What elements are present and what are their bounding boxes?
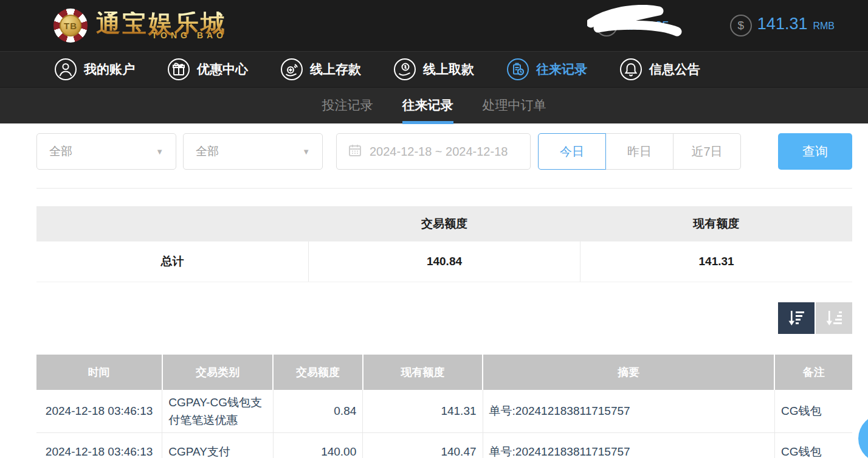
sort-controls [36,302,852,334]
balance-amount: 141.31 [757,15,808,33]
nav-item-promotions[interactable]: 优惠中心 [167,57,248,82]
balance-currency: RMB [813,21,835,32]
cell-amount: 140.00 [273,433,363,458]
gift-icon [167,57,191,82]
col-remark: 备注 [774,355,852,390]
summary-header-row: 交易额度 现有额度 [36,206,852,241]
top-header: TB 通宝娱乐城 TONG BAO bc7325 $ 141.31 RMB [0,0,868,51]
tab-transaction-records[interactable]: 往来记录 [402,88,453,124]
summary-header-balance: 现有额度 [580,206,852,241]
section-divider [36,188,852,189]
cell-time: 2024-12-18 03:46:13 [36,433,162,458]
summary-table: 交易额度 现有额度 总计 140.84 141.31 [36,206,852,282]
summary-total-label: 总计 [36,241,308,282]
record-subtabs: 投注记录 往来记录 处理中订单 [0,87,868,123]
tab-processing-orders[interactable]: 处理中订单 [483,88,546,124]
withdraw-hand-coin-icon [393,57,417,82]
transaction-category-select[interactable]: 全部 ▼ [183,133,323,170]
sort-descending-icon [787,309,806,327]
nav-item-transaction-records[interactable]: 往来记录 [506,57,587,82]
dollar-icon: $ [730,15,752,36]
chip-monogram: TB [60,15,81,36]
cell-type: CGPAY支付 [162,433,274,458]
user-icon [596,15,618,36]
table-row: 2024-12-18 03:46:13 CGPAY支付 140.00 140.4… [36,433,852,458]
brand-name-en: TONG BAO [152,31,227,40]
filter-bar: 全部 ▼ 全部 ▼ 2024-12-18 ~ 2024-12-18 今日 昨日 … [36,133,852,170]
sort-descending-button[interactable] [778,302,815,334]
records-clipboard-clock-icon [506,57,530,82]
chevron-down-icon: ▼ [156,147,164,156]
col-balance: 现有额度 [363,355,483,390]
col-amount: 交易额度 [273,355,363,390]
cell-summary: 单号:202412183811715757 [483,390,774,433]
chevron-down-icon: ▼ [302,147,310,156]
bell-icon [619,57,643,82]
records-table: 时间 交易类别 交易额度 现有额度 摘要 备注 2024-12-18 03:46… [36,355,852,458]
account-icon [53,57,78,82]
summary-total-amount: 140.84 [308,241,580,282]
sort-ascending-button[interactable] [816,302,852,334]
sort-ascending-icon [824,309,844,327]
cell-remark: CG钱包 [774,390,852,433]
last-7-days-button[interactable]: 近7日 [673,133,741,170]
nav-item-my-account[interactable]: 我的账户 [53,57,135,82]
records-header-row: 时间 交易类别 交易额度 现有额度 摘要 备注 [36,355,852,390]
nav-item-withdraw[interactable]: 线上取款 [393,57,474,82]
col-summary: 摘要 [483,355,774,390]
col-type: 交易类别 [162,355,274,390]
main-navigation: 我的账户 优惠中心 线上存款 线上取款 [0,51,868,87]
col-time: 时间 [36,355,162,390]
yesterday-button[interactable]: 昨日 [605,133,673,170]
quick-date-group: 今日 昨日 近7日 [538,133,741,170]
cell-amount: 0.84 [273,390,363,433]
balance-display[interactable]: $ 141.31 RMB [730,15,835,36]
username-text: bc7325 [627,18,687,33]
transaction-type-select[interactable]: 全部 ▼ [36,133,176,170]
summary-header-amount: 交易额度 [308,206,580,241]
table-row: 2024-12-18 03:46:13 CGPAY-CG钱包支付笔笔送优惠 0.… [36,390,852,433]
nav-item-announcements[interactable]: 信息公告 [619,57,700,82]
cell-type: CGPAY-CG钱包支付笔笔送优惠 [162,390,274,433]
date-range-input[interactable]: 2024-12-18 ~ 2024-12-18 [336,133,531,170]
deposit-hand-coin-icon [280,57,304,82]
calendar-icon [348,143,362,161]
today-button[interactable]: 今日 [538,133,606,170]
poker-chip-icon: TB [53,9,88,43]
brand-logo[interactable]: TB 通宝娱乐城 TONG BAO [53,9,227,43]
cell-summary: 单号:202412183811715757 [483,433,774,458]
cell-balance: 141.31 [363,390,483,433]
cell-balance: 140.47 [363,433,483,458]
tab-betting-records[interactable]: 投注记录 [322,88,373,124]
user-account[interactable]: bc7325 [596,15,687,36]
cell-time: 2024-12-18 03:46:13 [36,390,162,433]
search-button[interactable]: 查询 [778,133,852,170]
summary-total-balance: 141.31 [580,241,852,282]
nav-item-deposit[interactable]: 线上存款 [280,57,361,82]
cell-remark: CG钱包 [774,433,852,458]
summary-total-row: 总计 140.84 141.31 [36,241,852,282]
